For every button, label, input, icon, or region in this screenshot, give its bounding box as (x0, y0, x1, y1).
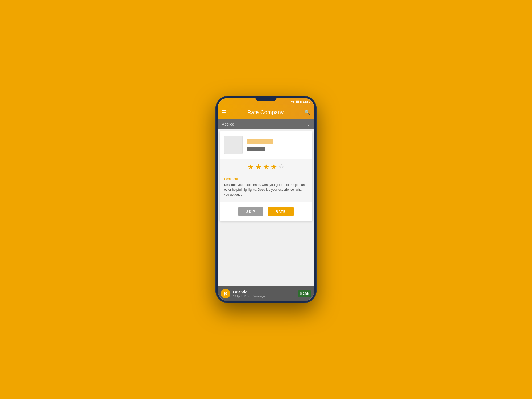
listing-logo-letter: Ø (224, 291, 227, 297)
rate-button[interactable]: RATE (268, 207, 294, 216)
signal-icon: ▮▮ (295, 100, 299, 103)
filter-label: Applied (222, 122, 234, 126)
phone-body: ▾▴ ▮▮ ▮ 12:30 ☰ Rate Company 🔍 Applied ⌄ (215, 96, 317, 303)
bottom-listing[interactable]: Ø Orientic 13 April | Posted 5 min ago $… (218, 286, 314, 301)
comment-text[interactable]: Describe your experience, what you got o… (224, 182, 308, 198)
listing-meta: 13 April | Posted 5 min ago (233, 295, 295, 298)
comment-section: Comment Describe your experience, what y… (220, 177, 312, 202)
phone-wrapper: ▾▴ ▮▮ ▮ 12:30 ☰ Rate Company 🔍 Applied ⌄ (215, 96, 317, 303)
star-3[interactable]: ★ (263, 163, 269, 171)
status-icons: ▾▴ ▮▮ ▮ 12:30 (291, 100, 310, 103)
action-buttons: SKIP RATE (220, 202, 312, 221)
company-logo (224, 136, 243, 154)
listing-info: Orientic 13 April | Posted 5 min ago (233, 290, 295, 298)
main-content: ★ ★ ★ ★ ☆ Comment Describe your experien… (218, 129, 314, 286)
chevron-down-icon: ⌄ (307, 122, 310, 126)
star-2[interactable]: ★ (255, 163, 262, 171)
comment-label: Comment (224, 177, 308, 181)
rating-card: ★ ★ ★ ★ ☆ Comment Describe your experien… (220, 131, 312, 221)
skip-button[interactable]: SKIP (238, 207, 263, 216)
phone-notch (255, 96, 277, 101)
star-5[interactable]: ☆ (278, 163, 285, 171)
hamburger-icon[interactable]: ☰ (222, 109, 227, 115)
listing-date: 13 April (233, 295, 242, 298)
star-4[interactable]: ★ (271, 163, 277, 171)
status-time: 12:30 (303, 100, 310, 103)
company-sub-placeholder (247, 147, 265, 151)
app-bar-title: Rate Company (247, 109, 284, 115)
app-bar: ☰ Rate Company 🔍 (218, 105, 314, 119)
phone-screen: ▾▴ ▮▮ ▮ 12:30 ☰ Rate Company 🔍 Applied ⌄ (218, 98, 314, 301)
company-name-placeholder (247, 139, 273, 144)
filter-bar[interactable]: Applied ⌄ (218, 119, 314, 129)
listing-price: $ 24/h (298, 290, 311, 297)
battery-icon: ▮ (300, 100, 302, 103)
listing-posted: Posted 5 min ago (244, 295, 265, 298)
star-1[interactable]: ★ (247, 163, 254, 171)
company-details (247, 139, 308, 151)
listing-company-name: Orientic (233, 290, 295, 294)
rating-section: ★ ★ ★ ★ ☆ (220, 159, 312, 177)
wifi-icon: ▾▴ (291, 100, 294, 103)
stars-row[interactable]: ★ ★ ★ ★ ☆ (224, 163, 308, 171)
listing-logo: Ø (221, 289, 230, 298)
search-icon[interactable]: 🔍 (304, 109, 310, 115)
company-info-row (220, 131, 312, 159)
